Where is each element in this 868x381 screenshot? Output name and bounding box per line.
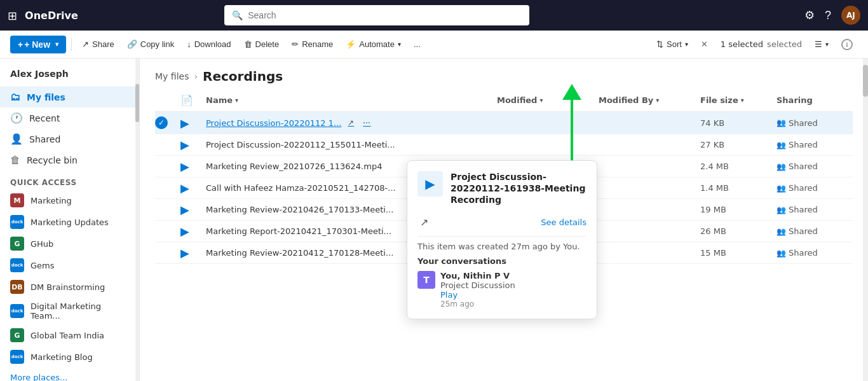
header-sharing: Sharing (776, 95, 853, 105)
sidebar-item-shared[interactable]: 👤 Shared (0, 128, 139, 149)
file-name-1[interactable]: Project Discussion-20220112 1... ↗ ⋯ (206, 116, 497, 130)
help-button[interactable]: ? (825, 9, 831, 22)
file-icon-5: ▶ (180, 203, 206, 216)
file-sharing-2: 👥 Shared (776, 140, 853, 149)
sharing-icon-3: 👥 (776, 162, 786, 171)
top-nav-right: ⚙ ? AJ (804, 6, 860, 25)
file-sharing-3: 👥 Shared (776, 162, 853, 171)
search-input[interactable] (248, 10, 522, 20)
delete-icon: 🗑 (244, 39, 252, 49)
conversations-title: Your conversations (417, 256, 587, 266)
file-sharing-4: 👥 Shared (776, 183, 853, 193)
popup-overlay: ▶ Project Discussion-20220112-161938-Mee… (407, 160, 597, 319)
header-type-col: 📄 (180, 94, 206, 106)
popup-card: ▶ Project Discussion-20220112-161938-Mee… (407, 160, 597, 319)
new-dropdown-icon[interactable]: ▾ (55, 41, 58, 48)
toolbar: + + New ▾ ↗ Share 🔗 Copy link ↓ Download… (0, 31, 868, 59)
sort-button[interactable]: ⇅ Sort ▾ (651, 36, 693, 52)
download-icon: ↓ (187, 39, 191, 49)
play-button[interactable]: Play (440, 290, 515, 300)
header-name[interactable]: Name ▾ (206, 95, 497, 105)
table-row[interactable]: ✓ ▶ Project Discussion-20220112 1... ↗ ⋯… (155, 112, 853, 134)
share-icon: ↗ (82, 39, 89, 49)
breadcrumb-parent[interactable]: My files (155, 71, 189, 81)
sidebar-item-my-files[interactable]: 🗂 My files (0, 87, 139, 107)
sharing-icon-1: 👥 (776, 118, 786, 127)
new-button[interactable]: + + New ▾ (10, 36, 66, 53)
digital-marketing-avatar: dock (10, 304, 24, 318)
quick-access-marketing[interactable]: M Marketing (0, 190, 139, 211)
conversation-topic: Project Discussion (440, 281, 515, 290)
download-button[interactable]: ↓ Download (182, 36, 236, 52)
search-bar[interactable]: 🔍 (224, 5, 529, 25)
share-row-button-1[interactable]: ↗ (345, 116, 356, 130)
breadcrumb-separator: › (194, 71, 198, 81)
file-name-2[interactable]: Project Discussion-20220112_155011-Meeti… (206, 140, 497, 149)
main-scrollbar-thumb (863, 65, 868, 97)
file-icon-2: ▶ (180, 138, 206, 151)
modified-by-sort-icon: ▾ (656, 97, 659, 104)
main-content: My files › Recordings 📄 Name ▾ Modified … (140, 59, 868, 381)
more-places-link[interactable]: More places... (0, 368, 139, 381)
sidebar-item-recent[interactable]: 🕐 Recent (0, 107, 139, 128)
selected-label: selected (767, 39, 802, 49)
automate-dropdown-icon: ▾ (398, 41, 401, 48)
marketing-avatar: M (10, 193, 24, 207)
popup-share-button[interactable]: ↗ (417, 214, 431, 231)
more-button[interactable]: ... (409, 36, 426, 52)
quick-access-marketing-blog[interactable]: dock Marketing Blog (0, 346, 139, 368)
see-details-link[interactable]: See details (541, 218, 587, 227)
popup-share-icon: ↗ (420, 217, 428, 228)
close-selection-button[interactable]: ✕ (696, 36, 713, 52)
info-button[interactable]: i (836, 36, 858, 53)
file-sharing-1: 👥 Shared (776, 118, 853, 128)
copy-link-button[interactable]: 🔗 Copy link (122, 36, 179, 52)
view-dropdown-icon: ▾ (825, 41, 829, 48)
info-icon: i (841, 39, 853, 50)
quick-access-ghub[interactable]: G GHub (0, 233, 139, 254)
quick-access-global-team[interactable]: G Global Team India (0, 324, 139, 346)
breadcrumb: My files › Recordings (140, 59, 868, 89)
check-circle-1: ✓ (155, 116, 168, 129)
quick-access-marketing-updates[interactable]: dock Marketing Updates (0, 211, 139, 233)
automate-button[interactable]: ⚡ Automate ▾ (341, 36, 406, 52)
sidebar-scrollbar[interactable] (135, 59, 139, 381)
file-sharing-7: 👥 Shared (776, 248, 853, 258)
header-file-size[interactable]: File size ▾ (700, 95, 776, 105)
main-scrollbar[interactable] (863, 59, 868, 381)
sidebar-user: Alex Joseph (0, 64, 139, 87)
header-modified-by[interactable]: Modified By ▾ (599, 95, 700, 105)
file-size-1: 74 KB (700, 118, 776, 128)
popup-file-name: Project Discussion-20220112-161938-Meeti… (451, 171, 587, 206)
svg-marker-1 (562, 84, 581, 100)
popup-file-row: ▶ Project Discussion-20220112-161938-Mee… (417, 171, 587, 206)
quick-access-digital-marketing[interactable]: dock Digital Marketing Team... (0, 298, 139, 324)
file-size-7: 15 MB (700, 248, 776, 258)
popup-actions: ↗ See details (417, 214, 587, 231)
sidebar-item-recycle-bin[interactable]: 🗑 Recycle bin (0, 149, 139, 170)
sort-icon: ⇅ (656, 39, 663, 49)
search-icon: 🔍 (232, 10, 243, 20)
sort-dropdown-icon: ▾ (685, 41, 688, 48)
dm-brainstorming-avatar: DB (10, 280, 24, 294)
more-row-button-1[interactable]: ⋯ (360, 116, 373, 130)
quick-access-gems[interactable]: dock Gems (0, 254, 139, 276)
app-grid-icon[interactable]: ⊞ (8, 9, 17, 22)
quick-access-dm-brainstorming[interactable]: DB DM Brainstorming (0, 276, 139, 298)
popup-conversations: Your conversations T You, Nithin P V Pro… (417, 256, 587, 308)
sidebar: Alex Joseph 🗂 My files 🕐 Recent 👤 Shared… (0, 59, 140, 381)
settings-button[interactable]: ⚙ (804, 8, 815, 22)
delete-button[interactable]: 🗑 Delete (239, 36, 285, 52)
link-icon: 🔗 (127, 39, 137, 49)
sharing-icon-6: 👥 (776, 227, 786, 236)
table-row[interactable]: ▶ Project Discussion-20220112_155011-Mee… (155, 134, 853, 156)
row-checkbox-1[interactable]: ✓ (155, 116, 180, 129)
view-options-button[interactable]: ☰ ▾ (810, 36, 834, 52)
rename-button[interactable]: ✏ Rename (287, 36, 338, 52)
file-list-header: 📄 Name ▾ Modified ▾ Modified By ▾ File s… (155, 89, 853, 112)
name-sort-icon: ▾ (235, 97, 238, 104)
sharing-icon-4: 👥 (776, 184, 786, 193)
avatar[interactable]: AJ (841, 6, 860, 25)
share-button[interactable]: ↗ Share (77, 36, 119, 52)
file-icon-6: ▶ (180, 225, 206, 238)
